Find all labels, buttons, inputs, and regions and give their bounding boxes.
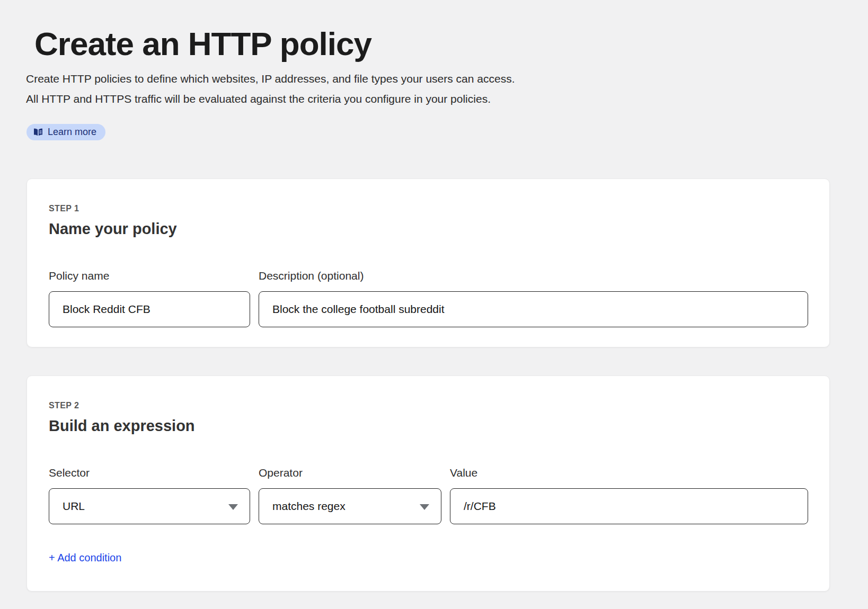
operator-dropdown-value: matches regex bbox=[272, 500, 346, 513]
step2-label: STEP 2 bbox=[49, 400, 808, 410]
open-book-icon bbox=[33, 128, 43, 136]
step1-fields-row: Policy name Description (optional) bbox=[49, 270, 808, 327]
operator-field-group: Operator matches regex bbox=[259, 467, 441, 524]
caret-down-icon bbox=[420, 504, 429, 510]
policy-name-field-group: Policy name bbox=[49, 270, 250, 327]
add-condition-link[interactable]: + Add condition bbox=[49, 551, 121, 564]
operator-dropdown[interactable]: matches regex bbox=[259, 488, 441, 524]
learn-more-label: Learn more bbox=[48, 127, 96, 138]
description-input[interactable] bbox=[259, 291, 808, 327]
learn-more-button[interactable]: Learn more bbox=[26, 124, 105, 140]
selector-dropdown-value: URL bbox=[63, 500, 85, 513]
operator-label: Operator bbox=[259, 467, 441, 479]
value-input[interactable] bbox=[450, 488, 808, 524]
step2-heading: Build an expression bbox=[49, 417, 808, 435]
value-field-group: Value bbox=[450, 467, 808, 524]
description-field-group: Description (optional) bbox=[259, 270, 808, 327]
step1-heading: Name your policy bbox=[49, 220, 808, 238]
step2-card: STEP 2 Build an expression Selector URL … bbox=[26, 375, 830, 592]
page-description-line1: Create HTTP policies to define which web… bbox=[26, 69, 868, 89]
policy-name-label: Policy name bbox=[49, 270, 250, 282]
step1-label: STEP 1 bbox=[49, 203, 808, 213]
selector-label: Selector bbox=[49, 467, 250, 479]
caret-down-icon bbox=[228, 504, 238, 510]
expression-builder-row: Selector URL Operator matches regex Valu… bbox=[49, 467, 808, 524]
value-label: Value bbox=[450, 467, 808, 479]
page-description-line2: All HTTP and HTTPS traffic will be evalu… bbox=[26, 89, 868, 109]
page-title: Create an HTTP policy bbox=[0, 0, 868, 61]
selector-field-group: Selector URL bbox=[49, 467, 250, 524]
description-label: Description (optional) bbox=[259, 270, 808, 282]
create-http-policy-page: Create an HTTP policy Create HTTP polici… bbox=[0, 0, 868, 609]
step1-card: STEP 1 Name your policy Policy name Desc… bbox=[26, 178, 830, 347]
page-description: Create HTTP policies to define which web… bbox=[26, 69, 868, 109]
selector-dropdown[interactable]: URL bbox=[49, 488, 250, 524]
policy-name-input[interactable] bbox=[49, 291, 250, 327]
